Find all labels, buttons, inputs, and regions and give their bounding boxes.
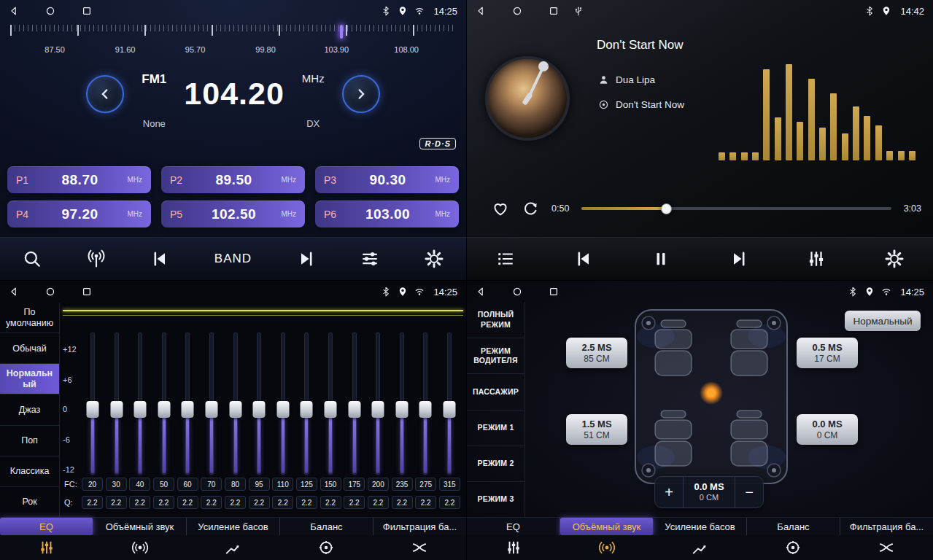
favorite-heart-icon[interactable]	[492, 200, 509, 217]
eq-preset-item[interactable]: По умолчанию	[0, 303, 59, 333]
progress-knob[interactable]	[661, 203, 672, 214]
eq-band-slider[interactable]	[320, 332, 341, 475]
slider-handle[interactable]	[182, 401, 194, 418]
pause-icon[interactable]	[651, 249, 670, 268]
eq-preset-item[interactable]: Поп	[0, 426, 59, 456]
surround-mode-item[interactable]: РЕЖИМ 1	[467, 411, 524, 446]
settings-gear-icon[interactable]	[885, 249, 904, 268]
slider-handle[interactable]	[301, 401, 313, 418]
slider-handle[interactable]	[348, 401, 360, 418]
recents-icon[interactable]	[549, 6, 559, 16]
tab-icon-balance[interactable]	[746, 535, 840, 560]
next-icon[interactable]	[297, 249, 316, 268]
back-icon[interactable]	[476, 287, 486, 297]
tab-icon-bass[interactable]	[654, 535, 747, 560]
slider-handle[interactable]	[372, 401, 384, 418]
back-icon[interactable]	[9, 6, 19, 16]
slider-handle[interactable]	[229, 401, 241, 418]
tab-icon-surround[interactable]	[93, 535, 187, 560]
tab-surround[interactable]: Объёмный звук	[560, 518, 654, 535]
band-button[interactable]: BAND	[214, 252, 252, 266]
settings-gear-icon[interactable]	[425, 249, 444, 268]
slider-handle[interactable]	[205, 401, 217, 418]
tab-filter[interactable]: Фильтрация ба...	[373, 518, 466, 535]
playlist-icon[interactable]	[496, 249, 515, 268]
eq-band-slider[interactable]	[248, 332, 270, 475]
eq-preset-item[interactable]: Нормальный	[0, 364, 59, 394]
slider-handle[interactable]	[324, 401, 336, 418]
eq-band-slider[interactable]	[272, 332, 294, 475]
tab-bass[interactable]: Усиление басов	[187, 518, 280, 535]
eq-settings-icon[interactable]	[360, 249, 379, 268]
slider-handle[interactable]	[419, 401, 432, 418]
eq-preset-item[interactable]: Джаз	[0, 394, 59, 425]
surround-mode-item[interactable]: РЕЖИМ 2	[467, 446, 524, 482]
eq-band-slider[interactable]	[344, 332, 365, 475]
home-icon[interactable]	[45, 287, 55, 297]
surround-mode-item[interactable]: ПОЛНЫЙ РЕЖИМ	[467, 303, 524, 338]
slider-handle[interactable]	[253, 401, 266, 418]
preset-p5[interactable]: P5102.50MHz	[161, 201, 305, 228]
recents-icon[interactable]	[82, 6, 92, 16]
tab-balance[interactable]: Баланс	[747, 518, 840, 535]
mixer-icon[interactable]	[807, 249, 826, 268]
slider-handle[interactable]	[158, 401, 170, 418]
eq-band-slider[interactable]	[367, 332, 389, 475]
eq-band-slider[interactable]	[295, 332, 317, 475]
scan-icon[interactable]	[23, 249, 42, 268]
tab-surround[interactable]: Объёмный звук	[93, 518, 187, 535]
tab-icon-eq[interactable]	[467, 535, 560, 560]
surround-mode-item[interactable]: РЕЖИМ ВОДИТЕЛЯ	[467, 338, 524, 374]
eq-preset-item[interactable]: Классика	[0, 456, 59, 487]
eq-band-slider[interactable]	[106, 332, 128, 475]
tab-icon-filter[interactable]	[373, 535, 466, 560]
previous-icon[interactable]	[574, 249, 593, 268]
back-icon[interactable]	[9, 287, 19, 297]
eq-band-slider[interactable]	[438, 332, 460, 475]
tab-icon-surround[interactable]	[560, 535, 654, 560]
home-icon[interactable]	[512, 287, 522, 297]
surround-mode-item[interactable]: ПАССАЖИР	[467, 374, 524, 410]
eq-preset-item[interactable]: Рок	[0, 487, 59, 518]
previous-icon[interactable]	[150, 249, 169, 268]
delay-chip-front-left[interactable]: 2.5 MS85 CM	[566, 338, 627, 368]
slider-handle[interactable]	[443, 401, 455, 418]
next-icon[interactable]	[729, 249, 748, 268]
tuning-scale[interactable]	[10, 25, 456, 41]
tuning-indicator[interactable]	[340, 25, 343, 39]
surround-mode-item[interactable]: РЕЖИМ 3	[467, 482, 524, 518]
eq-band-slider[interactable]	[225, 332, 247, 475]
increase-delay-button[interactable]: +	[655, 477, 684, 508]
slider-handle[interactable]	[110, 401, 123, 418]
tune-up-button[interactable]	[342, 75, 380, 113]
recents-icon[interactable]	[82, 287, 92, 297]
eq-band-slider[interactable]	[129, 332, 151, 475]
eq-band-slider[interactable]	[82, 332, 104, 475]
preset-p3[interactable]: P390.30MHz	[315, 166, 459, 193]
tab-icon-filter[interactable]	[840, 535, 933, 560]
eq-band-slider[interactable]	[391, 332, 413, 475]
eq-band-slider[interactable]	[177, 332, 198, 475]
eq-band-slider[interactable]	[414, 332, 436, 475]
slider-handle[interactable]	[134, 401, 147, 418]
slider-handle[interactable]	[87, 401, 99, 418]
eq-band-slider[interactable]	[153, 332, 175, 475]
tab-eq[interactable]: EQ	[467, 518, 560, 535]
tab-bass[interactable]: Усиление басов	[654, 518, 747, 535]
tab-icon-bass[interactable]	[187, 535, 280, 560]
preset-p6[interactable]: P6103.00MHz	[315, 201, 459, 228]
sound-preset-button[interactable]: Нормальный	[845, 311, 921, 331]
tab-filter[interactable]: Фильтрация ба...	[840, 518, 933, 535]
preset-p1[interactable]: P188.70MHz	[7, 166, 151, 193]
home-icon[interactable]	[512, 6, 522, 16]
tune-down-button[interactable]	[86, 75, 124, 113]
slider-handle[interactable]	[395, 401, 408, 418]
delay-chip-rear-right[interactable]: 0.0 MS0 CM	[797, 414, 858, 445]
tab-eq[interactable]: EQ	[0, 518, 93, 535]
delay-chip-front-right[interactable]: 0.5 MS17 CM	[797, 338, 858, 368]
back-icon[interactable]	[476, 6, 486, 16]
recents-icon[interactable]	[549, 287, 559, 297]
decrease-delay-button[interactable]: −	[735, 477, 763, 508]
preset-p2[interactable]: P289.50MHz	[161, 166, 305, 193]
tab-icon-balance[interactable]	[279, 535, 373, 560]
